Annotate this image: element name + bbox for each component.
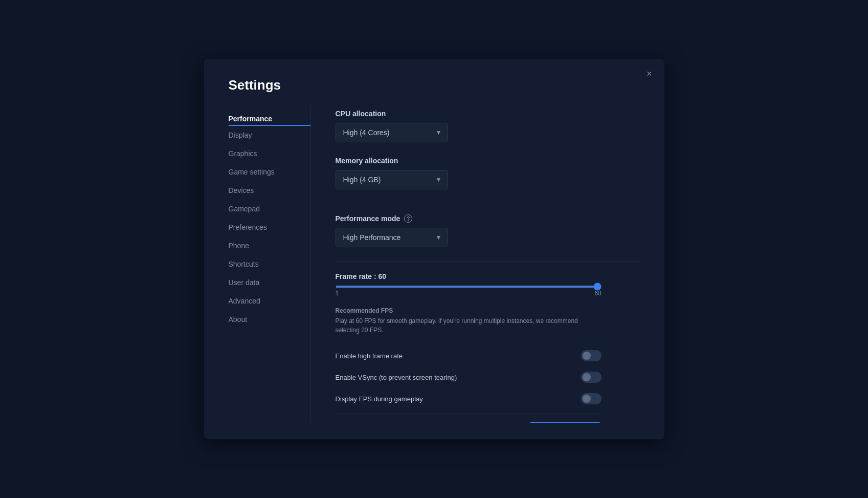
toggle-slider-high-frame-rate xyxy=(581,350,602,361)
sidebar-item-display[interactable]: Display xyxy=(229,126,310,144)
sidebar-item-game-settings[interactable]: Game settings xyxy=(229,163,310,181)
sidebar: PerformanceDisplayGraphicsGame settingsD… xyxy=(229,105,310,423)
frame-rate-slider[interactable] xyxy=(336,286,602,288)
sidebar-item-preferences[interactable]: Preferences xyxy=(229,218,310,236)
sidebar-item-performance[interactable]: Performance xyxy=(229,110,310,126)
toggle-high-frame-rate[interactable] xyxy=(581,350,602,361)
slider-min-label: 1 xyxy=(336,290,339,297)
close-button[interactable]: × xyxy=(642,67,656,80)
toggle-row-vsync: Enable VSync (to prevent screen tearing) xyxy=(336,366,602,388)
slider-labels: 1 60 xyxy=(336,290,602,297)
performance-mode-select[interactable]: LowMediumHigh PerformanceUltra xyxy=(336,228,448,247)
recommended-fps-title: Recommended FPS xyxy=(336,307,640,314)
cpu-allocation-section: CPU allocation Low (1 Core)Medium (2 Cor… xyxy=(336,110,640,142)
cpu-allocation-select-wrapper: Low (1 Core)Medium (2 Cores)High (4 Core… xyxy=(336,123,448,142)
sidebar-item-about[interactable]: About xyxy=(229,310,310,329)
toggles-container: Enable high frame rateEnable VSync (to p… xyxy=(336,345,640,409)
slider-max-label: 60 xyxy=(594,290,601,297)
toggle-row-high-frame-rate: Enable high frame rate xyxy=(336,345,602,366)
recommended-fps: Recommended FPS Play at 60 FPS for smoot… xyxy=(336,307,640,335)
save-changes-button[interactable]: Save changes xyxy=(529,422,601,423)
cpu-allocation-label: CPU allocation xyxy=(336,110,640,118)
toggle-slider-display-fps xyxy=(581,393,602,404)
toggle-slider-vsync xyxy=(581,372,602,383)
modal-title: Settings xyxy=(204,59,664,105)
sidebar-item-gamepad[interactable]: Gamepad xyxy=(229,200,310,218)
frame-rate-section: Frame rate : 60 1 60 xyxy=(336,272,640,297)
toggle-vsync[interactable] xyxy=(581,372,602,383)
toggle-display-fps[interactable] xyxy=(581,393,602,404)
cpu-allocation-select[interactable]: Low (1 Core)Medium (2 Cores)High (4 Core… xyxy=(336,123,448,142)
sidebar-item-user-data[interactable]: User data xyxy=(229,273,310,292)
toggle-label-vsync: Enable VSync (to prevent screen tearing) xyxy=(336,374,457,381)
performance-mode-help-icon[interactable]: ? xyxy=(404,214,412,223)
section-divider xyxy=(336,204,640,204)
frame-rate-title: Frame rate : 60 xyxy=(336,272,640,280)
toggle-label-high-frame-rate: Enable high frame rate xyxy=(336,352,403,360)
modal-body: PerformanceDisplayGraphicsGame settingsD… xyxy=(204,105,664,439)
performance-mode-label: Performance mode ? xyxy=(336,214,640,223)
section-divider-2 xyxy=(336,262,640,262)
footer: i Some changes will apply on next launch… xyxy=(336,414,602,423)
toggle-row-display-fps: Display FPS during gameplay xyxy=(336,388,602,409)
memory-allocation-select-wrapper: Low (1 GB)Medium (2 GB)High (4 GB)Ultra … xyxy=(336,170,448,189)
memory-allocation-select[interactable]: Low (1 GB)Medium (2 GB)High (4 GB)Ultra … xyxy=(336,170,448,189)
content-panel: CPU allocation Low (1 Core)Medium (2 Cor… xyxy=(310,105,640,423)
sidebar-item-phone[interactable]: Phone xyxy=(229,236,310,255)
performance-mode-section: Performance mode ? LowMediumHigh Perform… xyxy=(336,214,640,247)
settings-modal: × Settings PerformanceDisplayGraphicsGam… xyxy=(204,59,664,439)
sidebar-item-devices[interactable]: Devices xyxy=(229,181,310,200)
recommended-fps-text: Play at 60 FPS for smooth gameplay. If y… xyxy=(336,316,602,335)
sidebar-item-advanced[interactable]: Advanced xyxy=(229,292,310,310)
sidebar-item-shortcuts[interactable]: Shortcuts xyxy=(229,255,310,273)
sidebar-item-graphics[interactable]: Graphics xyxy=(229,144,310,163)
memory-allocation-section: Memory allocation Low (1 GB)Medium (2 GB… xyxy=(336,157,640,189)
toggle-label-display-fps: Display FPS during gameplay xyxy=(336,395,423,403)
memory-allocation-label: Memory allocation xyxy=(336,157,640,165)
performance-mode-select-wrapper: LowMediumHigh PerformanceUltra ▼ xyxy=(336,228,448,247)
